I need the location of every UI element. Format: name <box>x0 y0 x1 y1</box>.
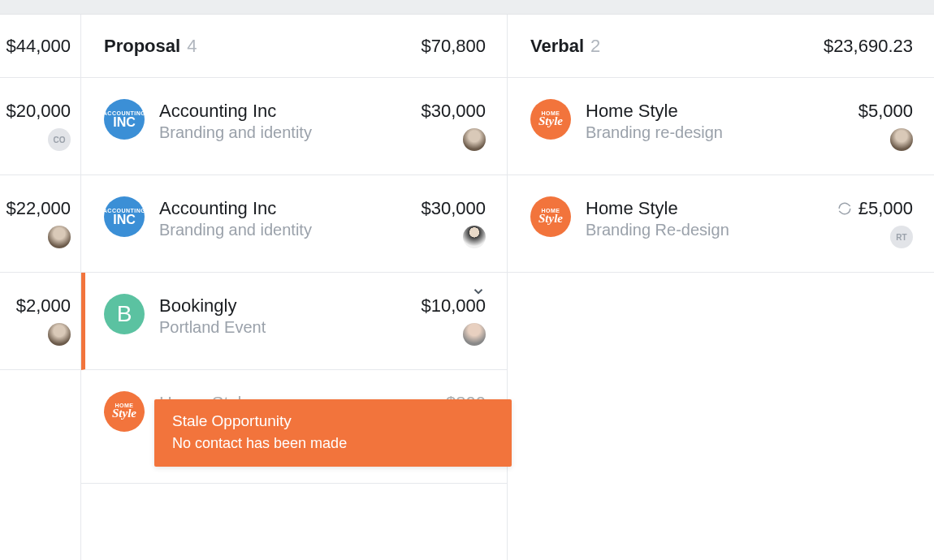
deal-amount: $2,000 <box>16 295 71 317</box>
column-title: Proposal <box>104 36 180 57</box>
company-name: Accounting Inc <box>159 198 421 219</box>
column-filler <box>0 370 80 560</box>
column-partial: $44,000 $20,000 CO $22,000 $2,000 <box>0 15 81 560</box>
deal-amount: $20,000 <box>6 101 71 122</box>
deal-card[interactable]: $20,000 CO <box>0 78 80 175</box>
company-logo-bookingly: B <box>104 294 145 334</box>
kanban-board: $44,000 $20,000 CO $22,000 $2,000 Prop <box>0 15 934 560</box>
column-header: Verbal 2 $23,690.23 <box>508 15 934 78</box>
company-logo-homestyle: HOME Style <box>104 391 145 432</box>
owner-avatar[interactable]: CO <box>48 128 71 151</box>
owner-avatar[interactable] <box>463 323 486 346</box>
deal-amount: $30,000 <box>421 198 486 219</box>
deal-description: Branding and identity <box>159 221 421 239</box>
deal-amount: $5,000 <box>858 101 913 122</box>
owner-avatar[interactable] <box>463 128 486 151</box>
deal-card-highlighted[interactable]: B Bookingly Portland Event $10,000 <box>81 273 507 370</box>
deal-description: Branding re-design <box>586 123 858 142</box>
tooltip-title: Stale Opportunity <box>172 412 494 430</box>
deal-description: Portland Event <box>159 318 421 337</box>
column-proposal: Proposal 4 $70,800 ACCOUNTING INC Accoun… <box>81 15 508 560</box>
column-header: $44,000 <box>0 15 80 78</box>
column-total: $70,800 <box>421 36 486 57</box>
deal-description: Branding and identity <box>159 123 421 142</box>
deal-amount: $22,000 <box>6 198 71 219</box>
company-name: Accounting Inc <box>159 101 421 122</box>
deal-description: Branding Re-design <box>586 221 837 239</box>
deal-card[interactable]: HOME Style Home Style Branding re-design… <box>508 78 934 175</box>
owner-avatar[interactable] <box>48 226 71 248</box>
column-title: Verbal <box>530 36 584 57</box>
column-verbal: Verbal 2 $23,690.23 HOME Style Home Styl… <box>508 15 934 560</box>
deal-card[interactable]: HOME Style Home Style Branding Re-design… <box>508 175 934 273</box>
owner-avatar[interactable] <box>463 226 486 248</box>
column-filler <box>81 484 507 560</box>
chevron-down-icon[interactable] <box>471 284 486 299</box>
deal-card[interactable]: $2,000 <box>0 273 80 370</box>
owner-avatar[interactable]: RT <box>890 226 913 248</box>
column-total: $23,690.23 <box>824 36 913 57</box>
stale-opportunity-tooltip: Stale Opportunity No contact has been ma… <box>154 399 512 467</box>
tooltip-body: No contact has been made <box>172 435 494 452</box>
column-total: $44,000 <box>6 36 71 57</box>
toolbar-strip <box>0 0 934 15</box>
deal-amount: £5,000 <box>858 198 913 219</box>
column-header: Proposal 4 $70,800 <box>81 15 507 78</box>
deal-card[interactable]: $22,000 <box>0 175 80 273</box>
deal-amount: $30,000 <box>421 101 486 122</box>
deal-card[interactable]: ACCOUNTING INC Accounting Inc Branding a… <box>81 78 507 175</box>
company-logo-accounting: ACCOUNTING INC <box>104 196 145 237</box>
company-name: Bookingly <box>159 295 421 317</box>
column-filler <box>508 273 934 560</box>
company-logo-accounting: ACCOUNTING INC <box>104 99 145 140</box>
deal-card[interactable]: ACCOUNTING INC Accounting Inc Branding a… <box>81 175 507 273</box>
refresh-icon <box>837 201 852 216</box>
owner-avatar[interactable] <box>890 128 913 151</box>
owner-avatar[interactable] <box>48 323 71 346</box>
column-count: 4 <box>187 36 197 57</box>
column-count: 2 <box>590 36 600 57</box>
company-logo-homestyle: HOME Style <box>530 99 571 140</box>
company-name: Home Style <box>586 101 858 122</box>
company-logo-homestyle: HOME Style <box>530 196 571 237</box>
company-name: Home Style <box>586 198 837 219</box>
